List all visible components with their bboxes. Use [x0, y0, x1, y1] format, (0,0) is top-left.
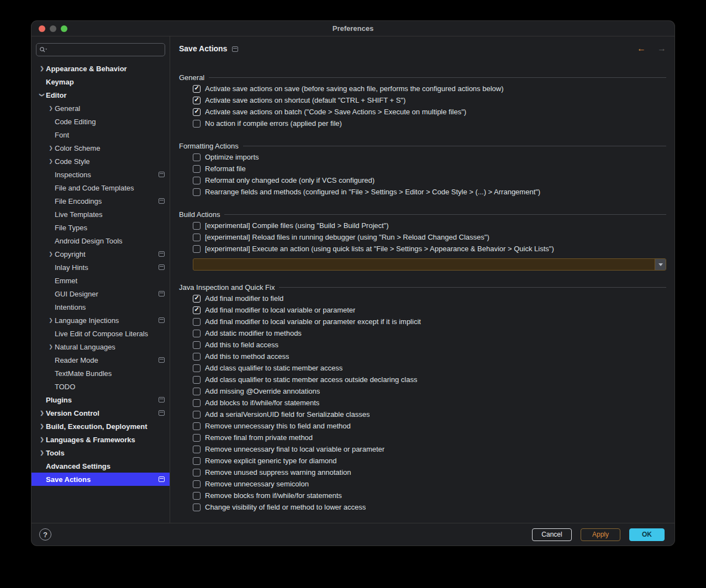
checkbox-row[interactable]: Add class qualifier to static member acc…	[179, 374, 666, 385]
sidebar-item-file-and-code-templates[interactable]: File and Code Templates	[31, 181, 170, 194]
sidebar-item-editor[interactable]: ❯Editor	[31, 88, 170, 102]
chevron-right-icon[interactable]: ❯	[47, 251, 55, 257]
sidebar-item-font[interactable]: Font	[31, 128, 170, 141]
sidebar-item-live-edit-of-compose-literals[interactable]: Live Edit of Compose Literals	[31, 327, 170, 340]
checkbox-unchecked[interactable]	[193, 480, 201, 488]
checkbox-unchecked[interactable]	[193, 165, 201, 173]
search-input[interactable]	[49, 46, 162, 54]
minimize-window-button[interactable]	[50, 25, 56, 32]
zoom-window-button[interactable]	[61, 25, 67, 32]
checkbox-unchecked[interactable]	[193, 234, 201, 241]
checkbox-unchecked[interactable]	[193, 388, 201, 395]
chevron-right-icon[interactable]: ❯	[47, 145, 55, 151]
sidebar-item-general[interactable]: ❯General	[31, 102, 170, 115]
combobox-dropdown-button[interactable]	[655, 259, 666, 270]
checkbox-unchecked[interactable]	[193, 177, 201, 184]
checkbox-row[interactable]: Reformat only changed code (only if VCS …	[179, 174, 666, 186]
checkbox-checked[interactable]	[193, 108, 201, 116]
sidebar-item-plugins[interactable]: Plugins	[31, 393, 170, 406]
sidebar-item-file-encodings[interactable]: File Encodings	[31, 194, 170, 208]
sidebar-item-file-types[interactable]: File Types	[31, 221, 170, 234]
back-arrow-button[interactable]: ←	[637, 44, 646, 53]
chevron-right-icon[interactable]: ❯	[47, 105, 55, 111]
sidebar-item-appearance-behavior[interactable]: ❯Appearance & Behavior	[31, 62, 170, 75]
checkbox-unchecked[interactable]	[193, 120, 201, 128]
checkbox-unchecked[interactable]	[193, 422, 201, 430]
checkbox-row[interactable]: Add blocks to if/while/for statements	[179, 397, 666, 409]
checkbox-unchecked[interactable]	[193, 469, 201, 476]
sidebar-item-advanced-settings[interactable]: Advanced Settings	[31, 459, 170, 473]
checkbox-unchecked[interactable]	[193, 411, 201, 419]
sidebar-item-languages-frameworks[interactable]: ❯Languages & Frameworks	[31, 433, 170, 446]
sidebar-item-build-execution-deployment[interactable]: ❯Build, Execution, Deployment	[31, 420, 170, 433]
quick-list-combobox[interactable]	[193, 258, 666, 271]
checkbox-row[interactable]: Remove final from private method	[179, 432, 666, 443]
chevron-right-icon[interactable]: ❯	[47, 344, 55, 349]
sidebar-item-natural-languages[interactable]: ❯Natural Languages	[31, 340, 170, 353]
sidebar-item-todo[interactable]: TODO	[31, 380, 170, 393]
checkbox-row[interactable]: Add final modifier to local variable or …	[179, 316, 666, 327]
sidebar-item-save-actions[interactable]: Save Actions	[31, 473, 170, 486]
checkbox-unchecked[interactable]	[193, 222, 201, 230]
chevron-right-icon[interactable]: ❯	[38, 410, 46, 416]
chevron-right-icon[interactable]: ❯	[38, 437, 46, 442]
chevron-down-icon[interactable]: ❯	[39, 91, 45, 99]
checkbox-row[interactable]: Add final modifier to field	[179, 293, 666, 304]
checkbox-row[interactable]: Remove unused suppress warning annotatio…	[179, 467, 666, 478]
checkbox-row[interactable]: Add a serialVersionUID field for Seriali…	[179, 409, 666, 420]
sidebar-item-language-injections[interactable]: ❯Language Injections	[31, 314, 170, 327]
checkbox-unchecked[interactable]	[193, 330, 201, 337]
sidebar-item-code-editing[interactable]: Code Editing	[31, 115, 170, 128]
close-window-button[interactable]	[39, 25, 45, 32]
checkbox-unchecked[interactable]	[193, 188, 201, 196]
checkbox-row[interactable]: Remove unnecessary semicolon	[179, 478, 666, 490]
sidebar-item-gui-designer[interactable]: GUI Designer	[31, 287, 170, 300]
sidebar-item-code-style[interactable]: ❯Code Style	[31, 155, 170, 168]
checkbox-unchecked[interactable]	[193, 457, 201, 465]
checkbox-unchecked[interactable]	[193, 353, 201, 361]
sidebar-item-color-scheme[interactable]: ❯Color Scheme	[31, 141, 170, 155]
chevron-right-icon[interactable]: ❯	[38, 66, 46, 71]
checkbox-checked[interactable]	[193, 295, 201, 303]
checkbox-checked[interactable]	[193, 97, 201, 104]
sidebar-item-reader-mode[interactable]: Reader Mode	[31, 353, 170, 367]
checkbox-row[interactable]: [experimental] Execute an action (using …	[179, 243, 666, 255]
checkbox-unchecked[interactable]	[193, 446, 201, 453]
checkbox-row[interactable]: Add final modifier to local variable or …	[179, 304, 666, 316]
checkbox-row[interactable]: Activate save actions on save (before sa…	[179, 83, 666, 94]
titlebar[interactable]: Preferences	[31, 21, 675, 36]
sidebar-item-live-templates[interactable]: Live Templates	[31, 208, 170, 221]
checkbox-row[interactable]: Remove unnecessary final to local variab…	[179, 443, 666, 455]
sidebar-item-copyright[interactable]: ❯Copyright	[31, 247, 170, 261]
sidebar-item-emmet[interactable]: Emmet	[31, 274, 170, 287]
sidebar-item-keymap[interactable]: Keymap	[31, 75, 170, 88]
sidebar-item-textmate-bundles[interactable]: TextMate Bundles	[31, 367, 170, 380]
forward-arrow-button[interactable]: →	[657, 44, 666, 53]
checkbox-unchecked[interactable]	[193, 434, 201, 442]
checkbox-unchecked[interactable]	[193, 364, 201, 372]
checkbox-row[interactable]: Change visibility of field or method to …	[179, 501, 666, 513]
checkbox-unchecked[interactable]	[193, 245, 201, 253]
checkbox-row[interactable]: Activate save actions on batch ("Code > …	[179, 106, 666, 118]
checkbox-row[interactable]: [experimental] Compile files (using "Bui…	[179, 220, 666, 231]
checkbox-row[interactable]: Remove unnecessary this to field and met…	[179, 420, 666, 432]
checkbox-unchecked[interactable]	[193, 376, 201, 384]
checkbox-row[interactable]: [experimental] Reload files in running d…	[179, 231, 666, 243]
chevron-right-icon[interactable]: ❯	[38, 450, 46, 455]
settings-search[interactable]	[36, 43, 165, 56]
checkbox-row[interactable]: Rearrange fields and methods (configured…	[179, 186, 666, 198]
checkbox-row[interactable]: No action if compile errors (applied per…	[179, 118, 666, 129]
checkbox-row[interactable]: Activate save actions on shortcut (defau…	[179, 94, 666, 106]
chevron-right-icon[interactable]: ❯	[47, 158, 55, 164]
checkbox-unchecked[interactable]	[193, 153, 201, 161]
checkbox-row[interactable]: Remove blocks from if/while/for statemen…	[179, 490, 666, 501]
apply-button[interactable]: Apply	[581, 528, 620, 541]
sidebar-item-inlay-hints[interactable]: Inlay Hints	[31, 261, 170, 274]
ok-button[interactable]: OK	[629, 528, 665, 541]
checkbox-unchecked[interactable]	[193, 341, 201, 349]
cancel-button[interactable]: Cancel	[532, 528, 572, 541]
checkbox-unchecked[interactable]	[193, 504, 201, 511]
checkbox-row[interactable]: Add static modifier to methods	[179, 327, 666, 339]
sidebar-item-version-control[interactable]: ❯Version Control	[31, 406, 170, 420]
checkbox-unchecked[interactable]	[193, 399, 201, 407]
